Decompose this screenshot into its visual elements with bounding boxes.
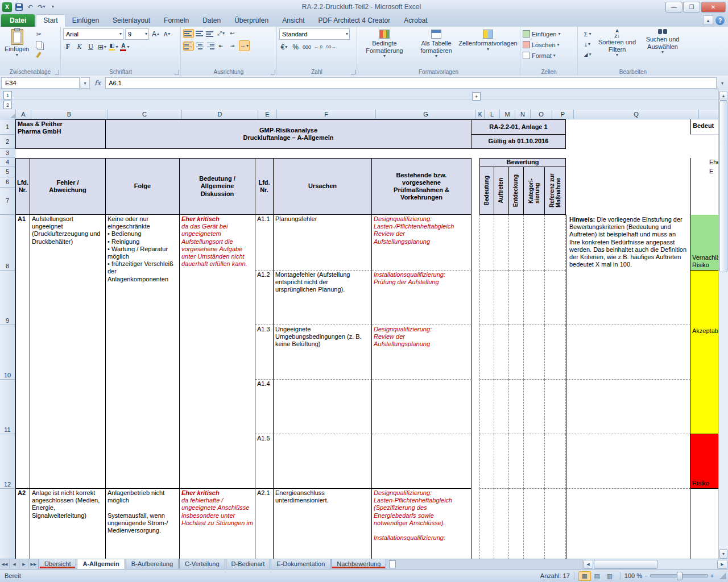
paste-button[interactable]: Einfügen▾ (2, 28, 31, 60)
sheet-tab-d-bedienart[interactable]: D-Bedienart (226, 559, 271, 569)
header-rot-kategorisierung[interactable]: Kategori- sierung (524, 167, 545, 215)
align-top-button[interactable] (183, 29, 194, 38)
italic-button[interactable]: K (75, 42, 84, 52)
page-break-view-icon[interactable]: ▥ (603, 571, 616, 581)
column-header-q[interactable]: Q (574, 110, 699, 119)
sheet-tab-uebersicht[interactable]: Übersicht (39, 559, 76, 569)
select-all-corner[interactable] (0, 110, 16, 119)
zoom-in-icon[interactable]: + (708, 572, 716, 579)
cell-rating[interactable] (524, 271, 545, 325)
cell-rating[interactable] (509, 380, 524, 434)
cell-rating[interactable] (509, 325, 524, 380)
number-dialog-launcher-icon[interactable] (351, 70, 355, 74)
column-header-d[interactable]: D (182, 110, 258, 119)
excel-app-icon[interactable]: X (2, 2, 12, 12)
cell-rating[interactable] (509, 271, 524, 325)
row-header-5[interactable]: 5 (0, 167, 15, 177)
cell-a2-id[interactable]: A2 (15, 489, 30, 559)
cell-a1-fehler[interactable]: Aufstellungsort ungeeignet (Drucklufterz… (30, 215, 106, 489)
column-header-l[interactable]: L (485, 110, 500, 119)
cell-a1-2-ursache[interactable]: Montagefehler (Aufstellung entspricht ni… (274, 271, 372, 325)
cell-main-title[interactable]: GMP-Risikoanalyse Druckluftanlage – A-Al… (106, 119, 471, 149)
ribbon-tab-seitenlayout[interactable]: Seitenlayout (106, 15, 157, 27)
autosum-button[interactable]: Σ▾ (581, 30, 594, 39)
sheet-tab-c-verteilung[interactable]: C-Verteilung (179, 559, 225, 569)
cell-rating[interactable] (479, 325, 494, 380)
cell-a1-id[interactable]: A1 (15, 215, 30, 489)
scroll-down-icon[interactable]: ▼ (719, 549, 727, 559)
align-center-button[interactable] (196, 43, 204, 49)
cell-rating[interactable] (494, 434, 509, 489)
cell-a2-folge[interactable]: Anlagenbetrieb nicht möglich Systemausfa… (106, 489, 180, 559)
header-rot-auftreten[interactable]: Auftreten (494, 167, 509, 215)
cell-hinweis[interactable]: Hinweis: Die vorliegende Einstufung der … (566, 215, 690, 325)
cell-rating[interactable] (479, 271, 494, 325)
conditional-formatting-button[interactable]: Bedingte Formatierung▾ (359, 28, 410, 59)
cell-cut-bedeutung[interactable]: Bedeut (690, 119, 719, 135)
cell-a2-bedeutung[interactable]: Eher kritisch da fehlerhafte / ungeeigne… (180, 489, 255, 559)
cell-legend-yellow[interactable]: Akzeptab (690, 271, 719, 434)
name-box-dropdown-icon[interactable]: ▾ (81, 77, 90, 89)
sheet-tab-e-dokumentation[interactable]: E-Dokumentation (271, 559, 330, 569)
save-button[interactable] (14, 2, 23, 12)
increase-indent-button[interactable]: ⇥ (228, 41, 237, 51)
row-header-6[interactable]: 6 (0, 177, 15, 188)
horizontal-scrollbar[interactable]: ◀ ▶ (582, 559, 728, 569)
cell-empty[interactable] (566, 380, 690, 434)
ribbon-tab-ansicht[interactable]: Ansicht (275, 15, 311, 27)
column-header-e[interactable]: E (258, 110, 277, 119)
header-fehler[interactable]: Fehler / Abweichung (30, 158, 106, 215)
cell-rating[interactable] (479, 380, 494, 434)
align-right-button[interactable] (206, 43, 214, 49)
merge-center-button[interactable]: ⇔▾ (239, 40, 250, 51)
cell-rating[interactable] (509, 215, 524, 271)
cell-rating[interactable] (509, 489, 524, 559)
formula-input[interactable]: A6.1 (105, 77, 717, 89)
font-dialog-launcher-icon[interactable] (175, 70, 179, 74)
increase-decimal-button[interactable]: ←.0 (313, 42, 323, 52)
cell-rating[interactable] (524, 325, 545, 380)
cell-legend-red[interactable]: Risiko (690, 434, 719, 489)
cell-a1-3-massnahme[interactable]: Designqualifizierung: Review der Aufstel… (372, 325, 471, 380)
column-header-g[interactable]: G (376, 110, 476, 119)
align-left-button[interactable] (183, 41, 194, 51)
last-sheet-icon[interactable]: ▶▶ (29, 559, 39, 569)
qat-customize-button[interactable]: ▾ (48, 2, 57, 12)
header-rot-referenz[interactable]: Referenz zur Maßnahme (545, 167, 566, 215)
row-header-4[interactable]: 4 (0, 158, 15, 167)
expand-formula-bar-icon[interactable]: ▾ (718, 78, 727, 88)
fill-button[interactable]: ⤓▾ (581, 40, 594, 49)
undo-button[interactable]: ↶ (26, 2, 35, 12)
scroll-up-icon[interactable]: ▲ (719, 91, 727, 101)
column-header-c[interactable]: C (107, 110, 182, 119)
cell-rating[interactable] (545, 325, 566, 380)
clear-button[interactable]: ◢▾ (581, 50, 594, 59)
fill-color-button[interactable]: ◧▾ (109, 42, 118, 52)
cell-empty[interactable] (566, 489, 690, 559)
column-header-m[interactable]: M (500, 110, 515, 119)
row-header-9[interactable]: 9 (0, 271, 15, 325)
cell-styles-button[interactable]: Zellenformatvorlagen▾ (463, 28, 513, 52)
header-ursachen[interactable]: Ursachen (274, 158, 372, 215)
cell-a1-bedeutung[interactable]: Eher kritisch da das Gerät bei ungeeigne… (180, 215, 255, 489)
row-header-1[interactable]: 1 (0, 119, 15, 135)
cell-a1-1-ursache[interactable]: Planungsfehler (274, 215, 372, 271)
help-icon[interactable]: ? (715, 16, 725, 25)
cell-a1-5-id[interactable]: A1.5 (255, 434, 274, 489)
ribbon-tab-start[interactable]: Start (36, 14, 65, 27)
column-header-o[interactable]: O (531, 110, 552, 119)
decrease-decimal-button[interactable]: .00→ (325, 42, 336, 52)
ribbon-tab-ueberpruefen[interactable]: Überprüfen (228, 15, 275, 27)
scroll-left-icon[interactable]: ◀ (583, 560, 593, 569)
format-cells-button[interactable]: Format▾ (523, 50, 575, 61)
cell-rating[interactable] (479, 215, 494, 271)
ribbon-tab-formeln[interactable]: Formeln (157, 15, 196, 27)
cell-rating[interactable] (545, 434, 566, 489)
cell-a2-fehler[interactable]: Anlage ist nicht korrekt angeschlossen (… (30, 489, 106, 559)
font-size-combo[interactable]: 9▾ (125, 28, 149, 40)
format-as-table-button[interactable]: Als Tabelle formatieren▾ (411, 28, 461, 59)
cell-a2-1-id[interactable]: A2.1 (255, 489, 274, 559)
ribbon-tab-datei[interactable]: Datei (1, 14, 35, 27)
vertical-scroll-thumb[interactable] (719, 101, 727, 272)
accounting-format-button[interactable]: €▾ (279, 42, 289, 52)
